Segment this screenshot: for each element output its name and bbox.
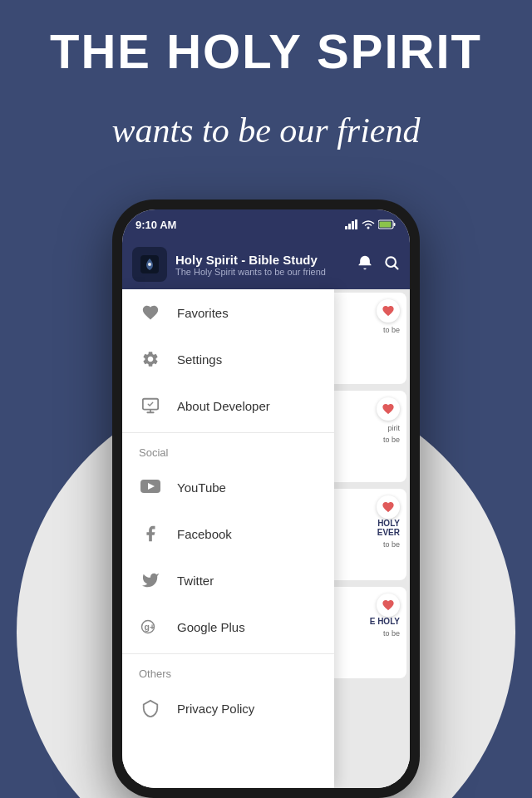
settings-label: Settings xyxy=(177,352,222,367)
app-name: Holy Spirit - Bible Study xyxy=(175,253,326,267)
svg-rect-0 xyxy=(345,226,347,229)
holy-spirit-icon xyxy=(140,255,159,273)
drawer-divider-2 xyxy=(122,653,334,654)
svg-rect-3 xyxy=(355,219,357,229)
drawer-divider-1 xyxy=(122,432,334,433)
drawer-item-facebook[interactable]: Facebook xyxy=(122,510,334,557)
phone-mockup: 9:10 AM xyxy=(112,200,420,798)
heart-btn-2[interactable] xyxy=(377,397,400,421)
privacy-policy-label: Privacy Policy xyxy=(177,702,254,716)
drawer-item-google-plus[interactable]: g+ Google Plus xyxy=(122,603,334,650)
about-developer-label: About Developer xyxy=(177,399,270,413)
drawer-item-youtube[interactable]: YouTube xyxy=(122,464,334,510)
content-area: to be pirit to be HOLY EVER to be xyxy=(122,289,410,788)
card-text-4: to be xyxy=(383,629,400,638)
facebook-label: Facebook xyxy=(177,527,232,541)
bell-icon[interactable] xyxy=(357,254,373,275)
page-subtitle: wants to be our friend xyxy=(0,108,532,154)
status-icons xyxy=(345,219,397,229)
app-subtitle: The Holy Spirit wants to be our friend xyxy=(175,267,326,277)
privacy-policy-icon xyxy=(139,697,162,720)
facebook-icon xyxy=(139,522,162,545)
youtube-label: YouTube xyxy=(177,480,226,495)
heart-btn-3[interactable] xyxy=(377,495,400,519)
card-text-1: to be xyxy=(383,326,400,334)
heart-btn-1[interactable] xyxy=(377,299,400,323)
status-bar: 9:10 AM xyxy=(122,209,410,239)
wifi-icon xyxy=(362,219,375,229)
status-time: 9:10 AM xyxy=(135,219,176,231)
youtube-icon xyxy=(139,475,162,499)
card-text-3: to be xyxy=(383,540,400,549)
svg-rect-2 xyxy=(352,221,354,229)
settings-icon xyxy=(139,347,162,371)
card-bold-3: HOLY xyxy=(377,519,400,528)
app-header-right xyxy=(357,254,400,275)
card-bold-4: E HOLY xyxy=(370,617,400,626)
navigation-drawer: Favorites Settings xyxy=(122,289,334,788)
card-text-2: pirit xyxy=(387,424,400,432)
app-title-block: Holy Spirit - Bible Study The Holy Spiri… xyxy=(175,253,326,277)
card-bold-3b: EVER xyxy=(377,528,400,537)
google-plus-label: Google Plus xyxy=(177,620,245,634)
signal-icon xyxy=(345,219,358,229)
page-title: THE HOLY SPIRIT xyxy=(0,25,532,78)
card-text-2b: to be xyxy=(383,436,400,444)
app-header-left: Holy Spirit - Bible Study The Holy Spiri… xyxy=(132,247,326,282)
heart-btn-4[interactable] xyxy=(377,594,400,617)
svg-rect-6 xyxy=(394,223,396,226)
app-header: Holy Spirit - Bible Study The Holy Spiri… xyxy=(122,239,410,289)
twitter-icon xyxy=(139,569,162,592)
others-section-label: Others xyxy=(122,658,334,685)
svg-point-4 xyxy=(367,227,370,229)
twitter-label: Twitter xyxy=(177,574,214,588)
battery-icon xyxy=(378,219,397,229)
search-icon[interactable] xyxy=(383,254,400,275)
svg-text:g+: g+ xyxy=(145,622,155,632)
svg-rect-7 xyxy=(380,222,392,228)
google-plus-icon: g+ xyxy=(139,615,162,638)
drawer-item-settings[interactable]: Settings xyxy=(122,336,334,382)
svg-point-9 xyxy=(148,263,151,266)
app-icon xyxy=(132,247,167,282)
drawer-item-about[interactable]: About Developer xyxy=(122,382,334,429)
about-developer-icon xyxy=(139,394,162,417)
favorites-icon xyxy=(139,301,162,324)
phone-screen: 9:10 AM xyxy=(122,209,410,788)
drawer-item-twitter[interactable]: Twitter xyxy=(122,557,334,603)
drawer-item-favorites[interactable]: Favorites xyxy=(122,289,334,336)
svg-line-11 xyxy=(395,265,398,268)
svg-rect-1 xyxy=(348,224,351,229)
drawer-item-privacy-policy[interactable]: Privacy Policy xyxy=(122,685,334,732)
social-section-label: Social xyxy=(122,436,334,464)
favorites-label: Favorites xyxy=(177,306,229,320)
